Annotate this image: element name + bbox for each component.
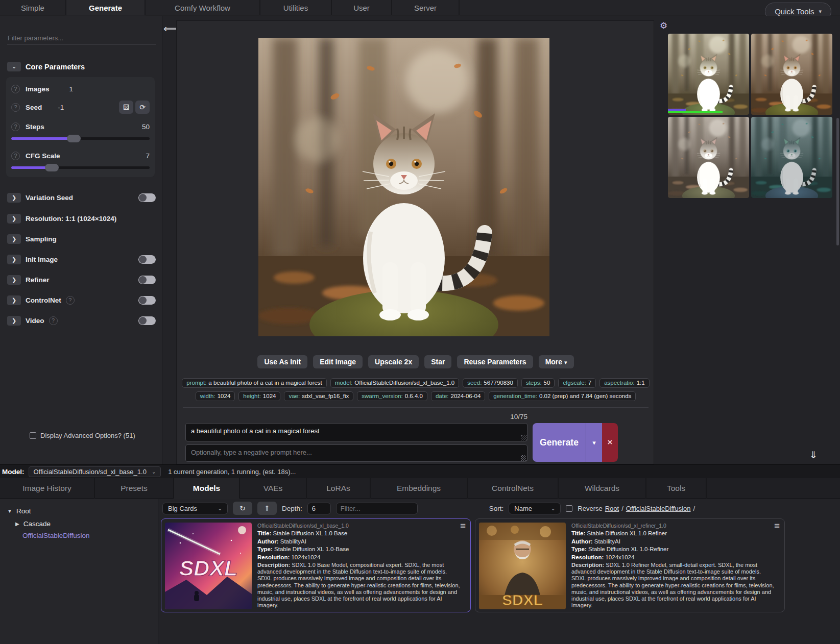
dice-icon: ⚄: [123, 103, 129, 111]
upscale-button[interactable]: Upscale 2x: [368, 355, 419, 368]
help-icon[interactable]: ?: [11, 122, 20, 131]
expand-resolution-button[interactable]: ❯: [7, 214, 21, 224]
view-mode-select[interactable]: Big Cards ⌄: [162, 503, 228, 514]
sort-select[interactable]: Name ⌄: [509, 503, 561, 514]
filter-parameters-input[interactable]: [7, 32, 156, 44]
expand-variation-seed-button[interactable]: ❯: [7, 193, 21, 203]
tree-item-cascade[interactable]: ▶ Cascade: [15, 520, 51, 528]
collapse-core-button[interactable]: ⌄: [7, 62, 21, 71]
images-value[interactable]: 1: [69, 85, 74, 93]
history-thumbnail[interactable]: [751, 117, 832, 198]
cfg-value[interactable]: 7: [146, 152, 150, 160]
meta-generation-time[interactable]: generation_time:0.02 (prep) and 7.84 (ge…: [489, 391, 636, 401]
tab-tools[interactable]: Tools: [646, 478, 707, 499]
expand-init-image-button[interactable]: ❯: [7, 255, 21, 264]
meta-vae[interactable]: vae:sdxl_vae_fp16_fix: [284, 391, 353, 401]
gear-icon[interactable]: ⚙: [660, 20, 667, 31]
random-seed-button[interactable]: ⚄: [119, 101, 133, 114]
expand-controlnet-button[interactable]: ❯: [7, 295, 21, 305]
negative-prompt-input[interactable]: [185, 444, 527, 462]
prompt-input[interactable]: a beautiful photo of a cat in a magical …: [185, 423, 527, 441]
history-thumbnail[interactable]: [668, 117, 749, 198]
quick-tools-label: Quick Tools: [775, 7, 814, 16]
tab-presets[interactable]: Presets: [95, 478, 174, 499]
meta-prompt[interactable]: prompt:a beautiful photo of a cat in a m…: [182, 378, 326, 388]
card-menu-icon[interactable]: ≡: [460, 521, 466, 532]
tab-controlnets[interactable]: ControlNets: [468, 478, 559, 499]
advanced-options-checkbox[interactable]: [30, 432, 36, 439]
meta-width[interactable]: width:1024: [196, 391, 235, 401]
expand-refiner-button[interactable]: ❯: [7, 275, 21, 285]
meta-date[interactable]: date:2024-06-04: [431, 391, 485, 401]
history-thumbnail-generating[interactable]: [668, 34, 749, 115]
help-icon[interactable]: ?: [49, 316, 58, 325]
meta-seed[interactable]: seed:567790830: [463, 378, 518, 388]
models-filter-input[interactable]: [336, 503, 418, 514]
model-select[interactable]: OfficialStableDiffusion/sd_xl_base_1.0 ⌄: [29, 466, 161, 477]
tab-generate[interactable]: Generate: [66, 0, 146, 15]
steps-slider-knob[interactable]: [67, 135, 81, 142]
current-image[interactable]: [258, 38, 549, 336]
tab-comfy-workflow[interactable]: Comfy Workflow: [146, 0, 260, 15]
tab-wildcards[interactable]: Wildcards: [559, 478, 646, 499]
scrollbar[interactable]: [836, 118, 839, 245]
generate-options-button[interactable]: ▾: [586, 423, 602, 462]
tab-simple[interactable]: Simple: [0, 0, 66, 15]
depth-input[interactable]: [307, 503, 331, 514]
reverse-sort-checkbox[interactable]: [566, 505, 572, 512]
breadcrumb-current-link[interactable]: OfficialStableDiffusion: [626, 505, 691, 512]
model-card-sdxl-refiner[interactable]: SDXL ≡ OfficialStableDiffusion/sd_xl_ref…: [475, 518, 785, 612]
meta-swarm-version[interactable]: swarm_version:0.6.4.0: [357, 391, 427, 401]
tree-item-root[interactable]: ▼ Root: [7, 507, 31, 515]
meta-model[interactable]: model:OfficialStableDiffusion/sd_xl_base…: [330, 378, 459, 388]
card-menu-icon[interactable]: ≡: [774, 521, 780, 532]
model-card-sdxl-base[interactable]: SDXL ≡ OfficialStableDiffusion/sd_xl_bas…: [161, 518, 471, 612]
expand-sampling-button[interactable]: ❯: [7, 234, 21, 244]
tab-server[interactable]: Server: [392, 0, 460, 15]
expand-video-button[interactable]: ❯: [7, 316, 21, 326]
tab-image-history[interactable]: Image History: [0, 478, 95, 499]
page-down-icon[interactable]: ⇓: [809, 449, 818, 461]
help-icon[interactable]: ?: [66, 296, 75, 305]
help-icon[interactable]: ?: [11, 103, 20, 112]
meta-steps[interactable]: steps:50: [521, 378, 555, 388]
cfg-slider[interactable]: [11, 166, 150, 169]
tab-embeddings[interactable]: Embeddings: [371, 478, 468, 499]
tab-user[interactable]: User: [332, 0, 392, 15]
tab-vaes[interactable]: VAEs: [240, 478, 307, 499]
meta-cfgscale[interactable]: cfgscale:7: [558, 378, 596, 388]
reuse-parameters-button[interactable]: Reuse Parameters: [457, 355, 533, 368]
resize-handle-icon[interactable]: [521, 455, 526, 461]
meta-height[interactable]: height:1024: [238, 391, 280, 401]
refresh-button[interactable]: ↻: [233, 502, 252, 515]
history-thumbnail[interactable]: [751, 34, 832, 115]
more-button[interactable]: More▾: [539, 355, 574, 368]
meta-aspectratio[interactable]: aspectratio:1:1: [599, 378, 649, 388]
init-image-toggle[interactable]: [138, 255, 156, 264]
video-toggle[interactable]: [138, 316, 156, 325]
refiner-toggle[interactable]: [138, 276, 156, 284]
variation-seed-toggle[interactable]: [138, 193, 156, 202]
edit-image-button[interactable]: Edit Image: [313, 355, 363, 368]
help-icon[interactable]: ?: [11, 85, 20, 93]
star-button[interactable]: Star: [424, 355, 451, 368]
resolution-label: Resolution: 1:1 (1024×1024): [26, 215, 116, 222]
breadcrumb-root-link[interactable]: Root: [605, 505, 619, 512]
controlnet-toggle[interactable]: [138, 296, 156, 305]
tab-loras[interactable]: LoRAs: [307, 478, 371, 499]
cfg-slider-knob[interactable]: [45, 164, 59, 171]
use-as-init-button[interactable]: Use As Init: [257, 355, 307, 368]
help-icon[interactable]: ?: [11, 152, 20, 160]
steps-slider[interactable]: [11, 137, 150, 140]
reuse-seed-button[interactable]: ⟳: [135, 101, 150, 114]
resize-handle-icon[interactable]: [521, 435, 526, 440]
variation-seed-label: Variation Seed: [26, 194, 73, 202]
tab-models[interactable]: Models: [174, 478, 240, 499]
tree-item-officialstablediffusion[interactable]: OfficialStableDiffusion: [22, 532, 90, 539]
folder-up-button[interactable]: ⇑: [257, 502, 277, 515]
generate-button[interactable]: Generate: [533, 423, 586, 462]
steps-value[interactable]: 50: [142, 123, 150, 131]
tab-utilities[interactable]: Utilities: [260, 0, 332, 15]
seed-value[interactable]: -1: [58, 104, 64, 111]
interrupt-button[interactable]: ×: [602, 423, 618, 462]
